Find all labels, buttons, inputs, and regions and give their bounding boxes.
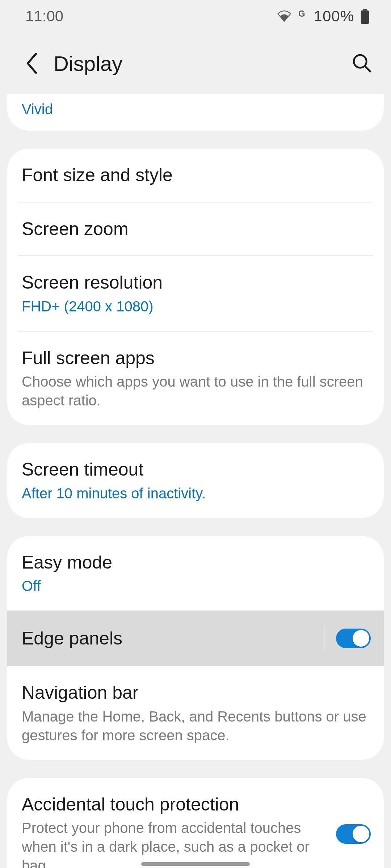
row-sub: Manage the Home, Back, and Recents butto… [22, 707, 369, 745]
row-title: Accidental touch protection [22, 793, 329, 816]
row-sub: FHD+ (868 x 391) [22, 297, 369, 316]
row-sub: Protect your phone from accidental touch… [22, 818, 329, 868]
row-title: Screen timeout [22, 458, 369, 481]
chevron-left-icon [25, 52, 39, 74]
row-screen-zoom[interactable]: Screen zoom [7, 203, 384, 256]
svg-rect-1 [361, 10, 369, 24]
app-header: Display [0, 33, 391, 94]
search-icon [352, 53, 372, 73]
row-sub: After 10 minutes of inactivity. [22, 484, 369, 503]
back-button[interactable] [17, 49, 46, 78]
row-accidental-touch[interactable]: Accidental touch protection Protect your… [7, 778, 384, 868]
status-time: 11:00 [25, 8, 63, 25]
svg-line-3 [365, 67, 370, 72]
status-bar: 11:00 G 100% [0, 0, 391, 33]
row-title: Navigation bar [22, 681, 369, 704]
row-navigation-bar[interactable]: Navigation bar Manage the Home, Back, an… [7, 666, 384, 760]
screen-mode-row-fragment[interactable]: Vivid [7, 94, 384, 131]
switch-separator [324, 626, 325, 651]
row-title: Full screen apps [22, 347, 369, 370]
row-sub: Choose which apps you want to use in the… [22, 372, 369, 410]
page-title: Display [54, 51, 348, 76]
row-sub: Off [22, 576, 369, 595]
content-scroll[interactable]: Vivid Font size and style Screen zoom Sc… [0, 94, 391, 868]
svg-point-2 [354, 55, 366, 68]
row-full-screen-apps[interactable]: Full screen apps Choose which apps you w… [7, 332, 384, 425]
wifi-icon [277, 10, 292, 22]
network-type: G [298, 9, 305, 19]
screen-mode-value: Vivid [22, 101, 53, 117]
battery-icon [361, 9, 369, 24]
svg-rect-0 [363, 9, 367, 10]
settings-group-touch: Accidental touch protection Protect your… [7, 778, 384, 868]
row-title: Font size and style [22, 164, 369, 187]
row-easy-mode[interactable]: Easy mode Off [7, 536, 384, 611]
battery-percent: 100% [314, 8, 354, 25]
row-font-size-style[interactable]: Font size and style [7, 149, 384, 202]
status-right: G 100% [277, 8, 369, 25]
edge-panels-switch[interactable] [336, 629, 371, 648]
row-title: Edge panels [22, 627, 317, 650]
row-title: Screen zoom [22, 218, 369, 241]
row-screen-timeout[interactable]: Screen timeout After 10 minutes of inact… [7, 443, 384, 518]
row-screen-resolution[interactable]: Screen resolution FHD+ (868 x 391) [7, 256, 384, 331]
accidental-touch-switch[interactable] [336, 824, 371, 844]
settings-group-font: Font size and style Screen zoom Screen r… [7, 149, 384, 425]
home-indicator[interactable] [141, 862, 250, 866]
settings-group-layout: Easy mode Off Edge panels Navigation bar… [7, 536, 384, 760]
settings-group-timeout: Screen timeout After 10 minutes of inact… [7, 443, 384, 518]
search-button[interactable] [348, 49, 377, 78]
row-title: Easy mode [22, 551, 369, 574]
row-edge-panels[interactable]: Edge panels [7, 610, 384, 666]
row-title: Screen resolution [22, 271, 369, 294]
